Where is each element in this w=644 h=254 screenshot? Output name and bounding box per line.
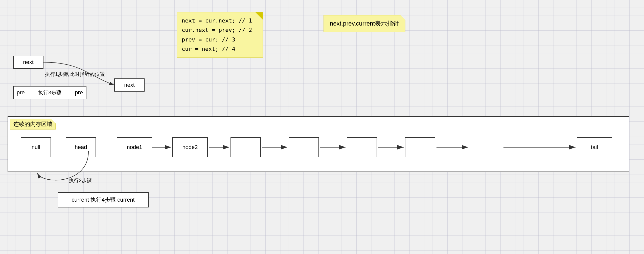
- pointer-label-note: next,prev,current表示指针: [324, 15, 405, 32]
- pre-right-label: pre: [75, 89, 83, 96]
- code-line1: next = cur.next; // 1: [182, 16, 258, 25]
- code-sticky-note: next = cur.next; // 1 cur.next = prev; /…: [177, 12, 263, 58]
- node2-box: node2: [172, 137, 208, 157]
- code-line3: prev = cur; // 3: [182, 35, 258, 44]
- node3-box: [231, 137, 261, 157]
- step1-label: 执行1步骤,此时指针的位置: [45, 71, 105, 78]
- pointer-label-text: next,prev,current表示指针: [330, 20, 399, 27]
- head-box: head: [66, 137, 96, 157]
- current-box: current 执行4步骤 current: [58, 192, 149, 207]
- code-line2: cur.next = prev; // 2: [182, 25, 258, 35]
- next-right-box: next: [114, 78, 145, 92]
- node1-box: node1: [117, 137, 152, 157]
- tail-box: tail: [577, 137, 612, 157]
- null-box: null: [21, 137, 51, 157]
- pre-step3-box: pre 执行3步骤 pre: [13, 86, 86, 99]
- memory-label: 连续的内存区域: [10, 119, 56, 130]
- step2-label: 执行2步骤: [69, 177, 92, 184]
- node6-box: [405, 137, 435, 157]
- pre-left-label: pre: [17, 89, 25, 96]
- code-line4: cur = next; // 4: [182, 44, 258, 54]
- node5-box: [347, 137, 377, 157]
- pre-step3-label: 执行3步骤: [38, 89, 61, 96]
- next-top-box: next: [13, 56, 43, 69]
- node4-box: [289, 137, 319, 157]
- linked-list-container: 连续的内存区域 null head node1 node2 tail: [8, 116, 629, 172]
